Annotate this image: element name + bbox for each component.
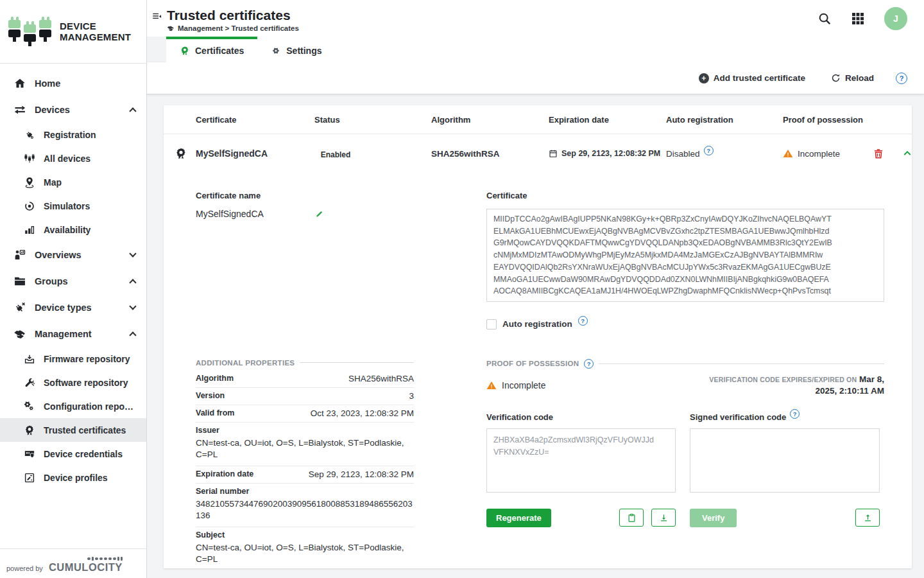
signed-verification-code-label: Signed verification code bbox=[690, 412, 786, 422]
property-serial-number: Serial number 34821055734476902003909561… bbox=[196, 484, 414, 527]
copy-to-clipboard-button[interactable] bbox=[619, 509, 644, 527]
action-bar: + Add trusted certificate Reload ? bbox=[147, 62, 924, 94]
property-subject: Subject CN=test-ca, OU=iot, O=S, L=Bialy… bbox=[196, 527, 414, 568]
page-title: Trusted certificates bbox=[167, 7, 299, 23]
property-issuer: Issuer CN=test-ca, OU=iot, O=S, L=Bialys… bbox=[196, 423, 414, 466]
tab-spacer bbox=[147, 37, 166, 62]
certificate-name-value: MySelfSignedCA bbox=[196, 209, 264, 219]
map-pin-icon bbox=[24, 177, 35, 188]
sidebar-item-trusted-certificates[interactable]: Trusted certificates bbox=[0, 418, 146, 442]
app-switcher-grid-icon[interactable] bbox=[851, 12, 865, 26]
sidebar-item-management[interactable]: Management bbox=[0, 320, 146, 347]
property-algorithm: Algorithm SHA256withRSA bbox=[196, 371, 414, 388]
overview-icon bbox=[13, 249, 26, 261]
certificate-label: Certificate bbox=[486, 191, 884, 200]
col-algorithm: Algorithm bbox=[431, 115, 549, 125]
certificate-icon bbox=[24, 425, 35, 436]
home-icon bbox=[13, 77, 26, 90]
tab-certificates[interactable]: Certificates bbox=[166, 37, 257, 62]
property-version: Version 3 bbox=[196, 388, 414, 405]
sidebar-nav: Home Devices Registration All devices Ma… bbox=[0, 64, 146, 548]
certificate-name-cell: MySelfSignedCA bbox=[196, 148, 314, 159]
additional-properties-header: ADDITIONAL PROPERTIES bbox=[196, 359, 414, 367]
sidebar-item-simulators[interactable]: Simulators bbox=[0, 194, 146, 218]
main-area: Trusted certificates Management > Truste… bbox=[147, 0, 924, 578]
gear-icon bbox=[271, 46, 281, 56]
sidebar-item-configuration-repository[interactable]: Configuration reposit... bbox=[0, 394, 146, 418]
regenerate-button[interactable]: Regenerate bbox=[486, 509, 551, 527]
verification-code-expiry: VERIFICATION CODE EXPIRES/EXPIRED ON Mar… bbox=[689, 374, 884, 397]
chevron-down-icon bbox=[129, 250, 136, 257]
help-icon[interactable]: ? bbox=[578, 316, 588, 326]
certificate-textarea[interactable]: MIIDpTCCAo2gAwIBAgIUPP5NKaN98KGy+k+QBRp3… bbox=[486, 209, 884, 302]
search-icon[interactable] bbox=[817, 12, 832, 26]
sidebar-item-device-types[interactable]: Device types bbox=[0, 294, 146, 320]
sidebar-item-availability[interactable]: Availability bbox=[0, 218, 146, 241]
sidebar-item-all-devices[interactable]: All devices bbox=[0, 146, 146, 170]
property-expiration-date: Expiration date Sep 29, 2123, 12:08:32 P… bbox=[196, 466, 414, 484]
simulator-icon bbox=[24, 200, 35, 212]
sidebar-item-overviews[interactable]: Overviews bbox=[0, 241, 146, 268]
sidebar-item-map[interactable]: Map bbox=[0, 170, 146, 194]
certificate-details: Certificate name MySelfSignedCA Certific… bbox=[164, 173, 912, 568]
pop-status: Incomplete bbox=[486, 374, 545, 397]
signed-verification-code-textarea[interactable] bbox=[690, 428, 880, 493]
sidebar-item-registration[interactable]: Registration bbox=[0, 123, 146, 146]
help-icon[interactable]: ? bbox=[896, 73, 907, 84]
tab-settings[interactable]: Settings bbox=[257, 37, 335, 62]
avatar[interactable]: J bbox=[884, 7, 907, 30]
device-management-logo-icon bbox=[8, 13, 51, 49]
chevron-down-icon bbox=[129, 302, 136, 310]
verify-button[interactable]: Verify bbox=[690, 509, 737, 527]
sidebar-item-groups[interactable]: Groups bbox=[0, 268, 146, 294]
content-area: Certificate Status Algorithm Expiration … bbox=[147, 94, 924, 578]
verification-code-textarea[interactable]: ZHBXaXB4a2pZcmsxdWl3RjQzVFUyOWJJd VFKNXV… bbox=[486, 428, 676, 493]
handshake-icon bbox=[13, 328, 26, 340]
col-expiration-date: Expiration date bbox=[549, 115, 666, 125]
warning-triangle-icon bbox=[486, 380, 497, 390]
proof-of-possession-cell: Incomplete bbox=[783, 148, 864, 159]
help-icon[interactable]: ? bbox=[704, 146, 714, 155]
profile-card-icon bbox=[24, 472, 35, 484]
certificate-icon bbox=[175, 147, 187, 160]
sidebar-item-software-repository[interactable]: Software repository bbox=[0, 371, 146, 394]
warning-triangle-icon bbox=[783, 148, 793, 159]
download-button[interactable] bbox=[651, 509, 676, 527]
tab-bar-filler bbox=[336, 37, 924, 62]
algorithm-cell: SHA256withRSA bbox=[431, 149, 549, 159]
chevron-up-icon bbox=[129, 331, 136, 338]
sidebar-item-devices[interactable]: Devices bbox=[0, 96, 146, 123]
reload-button[interactable]: Reload bbox=[827, 73, 878, 83]
powered-by-footer: powered by CUMULOCITY bbox=[0, 548, 146, 578]
delete-certificate-icon[interactable] bbox=[873, 148, 884, 159]
gears-icon bbox=[24, 401, 35, 412]
sidebar-item-firmware-repository[interactable]: Firmware repository bbox=[0, 347, 146, 371]
help-icon[interactable]: ? bbox=[790, 409, 800, 419]
bar-chart-icon bbox=[24, 224, 35, 236]
sidebar-item-home[interactable]: Home bbox=[0, 70, 146, 96]
edit-pencil-icon[interactable] bbox=[315, 209, 324, 218]
sidebar-item-device-credentials[interactable]: Device credentials bbox=[0, 442, 146, 466]
certificate-icon bbox=[180, 46, 190, 56]
plugs-icon bbox=[24, 153, 35, 164]
auto-registration-checkbox[interactable] bbox=[486, 319, 497, 329]
col-proof-of-possession: Proof of possession bbox=[783, 115, 864, 125]
certificate-name-label: Certificate name bbox=[196, 191, 414, 200]
help-icon[interactable]: ? bbox=[584, 359, 594, 369]
upload-button[interactable] bbox=[855, 509, 880, 527]
collapse-panel-icon[interactable] bbox=[152, 12, 162, 21]
add-trusted-certificate-button[interactable]: + Add trusted certificate bbox=[695, 73, 809, 84]
breadcrumb: Management > Trusted certificates bbox=[167, 24, 299, 32]
plus-circle-icon: + bbox=[699, 73, 709, 83]
app-root: DEVICE MANAGEMENT Home Devices Registrat… bbox=[0, 0, 924, 578]
col-auto-registration: Auto registration bbox=[666, 115, 783, 125]
cumulocity-logo: CUMULOCITY bbox=[49, 557, 123, 574]
arrows-swap-icon bbox=[13, 103, 26, 116]
verification-code-label: Verification code bbox=[486, 412, 676, 422]
sidebar-item-device-profiles[interactable]: Device profiles bbox=[0, 466, 146, 489]
collapse-row-chevron-icon[interactable] bbox=[902, 148, 912, 159]
cumulocity-dots-icon bbox=[87, 557, 123, 561]
auto-registration-cell: Disabled ? bbox=[666, 149, 783, 159]
tab-bar: Certificates Settings bbox=[147, 37, 924, 62]
certificates-card: Certificate Status Algorithm Expiration … bbox=[164, 105, 912, 568]
